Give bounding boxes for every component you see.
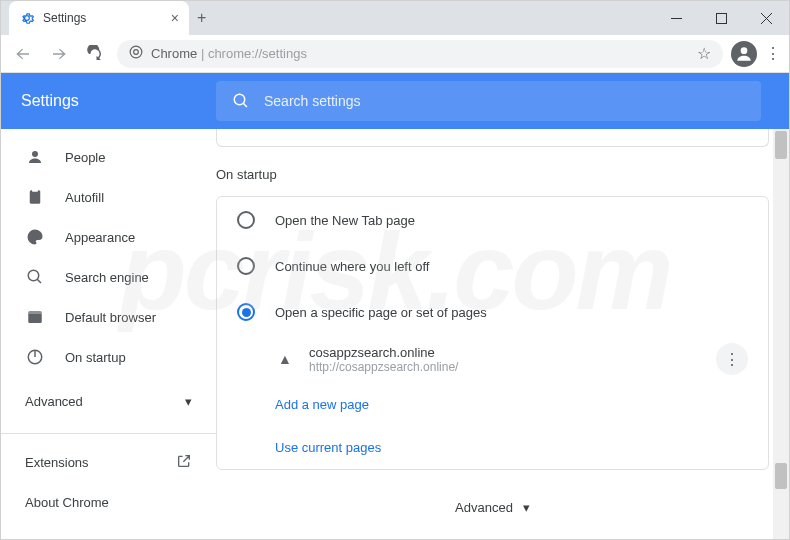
window-titlebar: Settings × +: [1, 1, 789, 35]
on-startup-card: Open the New Tab page Continue where you…: [216, 196, 769, 470]
add-new-page-link[interactable]: Add a new page: [217, 383, 768, 426]
previous-card-edge: [216, 129, 769, 147]
omnibox-text: Chrome | chrome://settings: [151, 46, 307, 61]
browser-icon: [25, 308, 45, 326]
use-current-pages-link[interactable]: Use current pages: [217, 426, 768, 469]
clipboard-icon: [25, 188, 45, 206]
startup-page-name: cosappzsearch.online: [309, 345, 702, 360]
forward-button[interactable]: [45, 40, 73, 68]
power-icon: [25, 348, 45, 366]
svg-point-6: [32, 151, 38, 157]
sidebar-about-link[interactable]: About Chrome: [1, 482, 216, 522]
chevron-down-icon: ▾: [523, 500, 530, 515]
radio-icon: [237, 303, 255, 321]
radio-icon: [237, 211, 255, 229]
startup-page-url: http://cosappzsearch.online/: [309, 360, 702, 374]
search-settings-box[interactable]: [216, 81, 761, 121]
svg-point-5: [234, 94, 245, 105]
radio-new-tab[interactable]: Open the New Tab page: [217, 197, 768, 243]
page-menu-button[interactable]: ⋮: [716, 343, 748, 375]
tab-close-icon[interactable]: ×: [171, 10, 179, 26]
chrome-menu-button[interactable]: ⋮: [765, 44, 781, 63]
svg-point-2: [130, 46, 142, 58]
settings-sidebar: People Autofill Appearance Search engine…: [1, 129, 216, 539]
sidebar-item-default-browser[interactable]: Default browser: [1, 297, 216, 337]
tab-title: Settings: [43, 11, 163, 25]
palette-icon: [25, 228, 45, 246]
sidebar-extensions-link[interactable]: Extensions: [1, 442, 216, 482]
reload-button[interactable]: [81, 40, 109, 68]
scrollbar-arrow-up[interactable]: [775, 131, 787, 159]
radio-specific-page[interactable]: Open a specific page or set of pages: [217, 289, 768, 335]
settings-main: On startup Open the New Tab page Continu…: [216, 129, 789, 539]
svg-point-4: [741, 47, 748, 54]
svg-point-9: [28, 270, 39, 281]
svg-rect-7: [30, 190, 41, 204]
new-tab-button[interactable]: +: [197, 9, 206, 27]
search-icon: [232, 92, 250, 110]
settings-header: Settings: [1, 73, 789, 129]
maximize-button[interactable]: [699, 1, 744, 35]
browser-tab[interactable]: Settings ×: [9, 1, 189, 35]
sidebar-item-autofill[interactable]: Autofill: [1, 177, 216, 217]
omnibox[interactable]: Chrome | chrome://settings ☆: [117, 40, 723, 68]
close-window-button[interactable]: [744, 1, 789, 35]
sidebar-item-search-engine[interactable]: Search engine: [1, 257, 216, 297]
startup-page-row: ▲ cosappzsearch.online http://cosappzsea…: [217, 335, 768, 383]
sidebar-item-on-startup[interactable]: On startup: [1, 337, 216, 377]
svg-rect-1: [717, 13, 727, 23]
person-icon: [25, 148, 45, 166]
svg-rect-8: [32, 189, 38, 192]
svg-point-3: [134, 50, 139, 55]
minimize-button[interactable]: [654, 1, 699, 35]
svg-rect-11: [28, 311, 42, 314]
profile-avatar[interactable]: [731, 41, 757, 67]
radio-icon: [237, 257, 255, 275]
bookmark-star-icon[interactable]: ☆: [697, 44, 711, 63]
sidebar-item-people[interactable]: People: [1, 137, 216, 177]
chrome-icon: [129, 45, 143, 62]
sidebar-item-appearance[interactable]: Appearance: [1, 217, 216, 257]
section-title: On startup: [216, 167, 769, 182]
radio-continue[interactable]: Continue where you left off: [217, 243, 768, 289]
sidebar-advanced-toggle[interactable]: Advanced ▾: [1, 377, 216, 425]
address-bar: Chrome | chrome://settings ☆ ⋮: [1, 35, 789, 73]
divider: [1, 433, 216, 434]
chevron-down-icon: ▾: [185, 394, 192, 409]
scrollbar[interactable]: [773, 129, 789, 539]
page-title: Settings: [21, 92, 216, 110]
external-link-icon: [176, 453, 192, 472]
search-icon: [25, 268, 45, 286]
site-favicon: ▲: [275, 349, 295, 369]
window-controls: [654, 1, 789, 35]
scrollbar-thumb[interactable]: [775, 463, 787, 489]
search-settings-input[interactable]: [264, 93, 745, 109]
svg-rect-0: [671, 18, 682, 19]
advanced-section-toggle[interactable]: Advanced ▾: [216, 500, 769, 515]
settings-gear-icon: [19, 10, 35, 26]
back-button[interactable]: [9, 40, 37, 68]
